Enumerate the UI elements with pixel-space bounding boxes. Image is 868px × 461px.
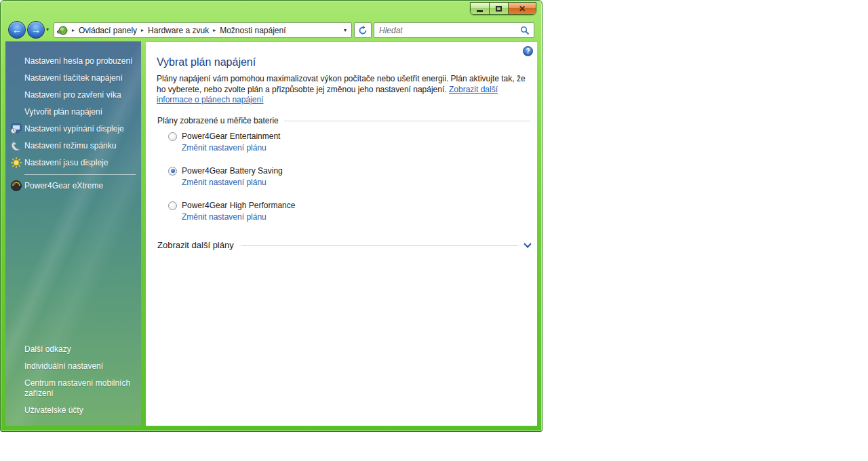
sidebar-item-brightness[interactable]: Nastavení jasu displeje xyxy=(5,155,141,172)
refresh-button[interactable] xyxy=(354,22,372,38)
close-button[interactable]: ✕ xyxy=(509,3,536,14)
sidebar-item-label: Nastavení pro zavření víka xyxy=(24,90,121,100)
desktop: ✕ ← → ▾ ▸ Ovládací panely ▸ Hardware a z… xyxy=(0,0,868,461)
search-input[interactable] xyxy=(374,23,519,37)
sidebar-footer: Další odkazy Individuální nastavení Cent… xyxy=(24,344,136,422)
sidebar-item-label: Nastavení jasu displeje xyxy=(24,158,108,167)
sidebar-item-display-off[interactable]: Nastavení vypínání displeje xyxy=(5,121,141,138)
titlebar[interactable]: ✕ xyxy=(1,1,542,20)
power4gear-icon xyxy=(10,180,22,192)
plan-name[interactable]: Power4Gear Entertainment xyxy=(182,132,280,141)
chevron-down-icon[interactable] xyxy=(524,240,531,247)
breadcrumb-hardware-sound[interactable]: Hardware a zvuk xyxy=(148,26,209,35)
sidebar-item-user-accounts[interactable]: Uživatelské účty xyxy=(24,405,136,416)
back-arrow-icon: ← xyxy=(12,24,22,35)
back-button[interactable]: ← xyxy=(8,21,26,39)
window-body: Nastavení hesla po probuzení Nastavení t… xyxy=(5,41,537,426)
breadcrumb-power-options[interactable]: Možnosti napájení xyxy=(220,26,285,35)
window-controls: ✕ xyxy=(470,2,536,15)
change-plan-settings-link[interactable]: Změnit nastavení plánu xyxy=(182,143,267,153)
address-dropdown-icon[interactable]: ▾ xyxy=(340,27,350,33)
display-clock-icon xyxy=(10,123,22,135)
breadcrumb-arrow-icon: ▸ xyxy=(68,27,79,33)
minimize-icon xyxy=(477,10,483,12)
search-icon[interactable] xyxy=(519,26,534,35)
sidebar-item-label: Nastavení vypínání displeje xyxy=(24,124,124,134)
radio-plan-high-performance[interactable] xyxy=(168,201,177,210)
sidebar-separator xyxy=(24,174,136,175)
plan-list: Power4Gear Entertainment Změnit nastaven… xyxy=(146,131,537,235)
forward-button[interactable]: → xyxy=(27,21,45,39)
show-more-plans[interactable]: Zobrazit další plány xyxy=(157,240,530,250)
plan-name[interactable]: Power4Gear High Performance xyxy=(182,201,295,210)
more-plans-rule xyxy=(241,245,518,246)
breadcrumb[interactable]: ▸ Ovládací panely ▸ Hardware a zvuk ▸ Mo… xyxy=(54,22,352,38)
plan-high-performance: Power4Gear High Performance Změnit nasta… xyxy=(146,200,537,223)
refresh-icon xyxy=(358,26,368,35)
sidebar-item-password-wakeup[interactable]: Nastavení hesla po probuzení xyxy=(5,53,141,70)
sidebar-item-label: Nastavení režimu spánku xyxy=(24,141,116,151)
sidebar-item-sleep[interactable]: Nastavení režimu spánku xyxy=(5,138,141,155)
radio-plan-entertainment[interactable] xyxy=(168,132,177,141)
maximize-icon xyxy=(496,6,502,12)
forward-arrow-icon: → xyxy=(31,24,41,35)
sidebar-item-power-buttons[interactable]: Nastavení tlačítek napájení xyxy=(5,70,141,87)
section-header: Plány zobrazené u měřiče baterie xyxy=(157,116,279,125)
sidebar-item-label: Nastavení hesla po probuzení xyxy=(24,56,132,66)
sidebar-item-label: Power4Gear eXtreme xyxy=(24,181,103,191)
minimize-button[interactable] xyxy=(471,3,490,14)
page-title: Vybrat plán napájení xyxy=(157,56,256,68)
sidebar-item-lid-close[interactable]: Nastavení pro zavření víka xyxy=(5,87,141,104)
sidebar-item-create-plan[interactable]: Vytvořit plán napájení xyxy=(5,104,141,121)
help-icon: ? xyxy=(526,47,530,55)
close-icon: ✕ xyxy=(519,5,526,13)
breadcrumb-control-panel[interactable]: Ovládací panely xyxy=(79,26,137,35)
search-box xyxy=(374,22,534,38)
sidebar-item-label: Vytvořit plán napájení xyxy=(24,107,102,117)
moon-icon xyxy=(10,140,22,152)
sidebar-item-power4gear[interactable]: Power4Gear eXtreme xyxy=(5,178,141,195)
plan-entertainment: Power4Gear Entertainment Změnit nastaven… xyxy=(146,131,537,154)
sidebar: Nastavení hesla po probuzení Nastavení t… xyxy=(5,41,141,426)
sidebar-item-label: Nastavení tlačítek napájení xyxy=(24,73,123,83)
plan-battery-saving: Power4Gear Battery Saving Změnit nastave… xyxy=(146,165,537,188)
section-rule xyxy=(284,121,530,121)
sidebar-task-list: Nastavení hesla po probuzení Nastavení t… xyxy=(5,53,141,195)
radio-selected-dot xyxy=(171,169,175,173)
breadcrumb-arrow-icon: ▸ xyxy=(137,27,148,33)
change-plan-settings-link[interactable]: Změnit nastavení plánu xyxy=(182,212,267,222)
help-button[interactable]: ? xyxy=(523,46,533,56)
power-options-icon xyxy=(57,25,68,36)
show-more-plans-label: Zobrazit další plány xyxy=(157,240,234,250)
breadcrumb-arrow-icon: ▸ xyxy=(209,27,220,33)
navigation-bar: ← → ▾ ▸ Ovládací panely ▸ Hardware a zvu… xyxy=(1,20,542,41)
intro-paragraph: Plány napájení vám pomohou maximalizovat… xyxy=(157,74,534,106)
radio-plan-battery-saving[interactable] xyxy=(168,167,177,176)
sun-icon xyxy=(10,157,22,169)
main-content: ? Vybrat plán napájení Plány napájení vá… xyxy=(146,41,537,426)
change-plan-settings-link[interactable]: Změnit nastavení plánu xyxy=(182,178,267,187)
history-dropdown[interactable]: ▾ xyxy=(46,26,49,33)
maximize-button[interactable] xyxy=(490,3,509,14)
power-options-window: ✕ ← → ▾ ▸ Ovládací panely ▸ Hardware a z… xyxy=(0,0,542,432)
sidebar-content-divider xyxy=(141,41,146,426)
sidebar-item-mobility-center[interactable]: Centrum nastavení mobilních zařízení xyxy=(24,378,136,399)
sidebar-item-personalization[interactable]: Individuální nastavení xyxy=(24,361,136,372)
plan-name[interactable]: Power4Gear Battery Saving xyxy=(182,166,283,176)
battery-meter-section: Plány zobrazené u měřiče baterie xyxy=(157,116,530,125)
see-also-header: Další odkazy xyxy=(24,344,136,355)
